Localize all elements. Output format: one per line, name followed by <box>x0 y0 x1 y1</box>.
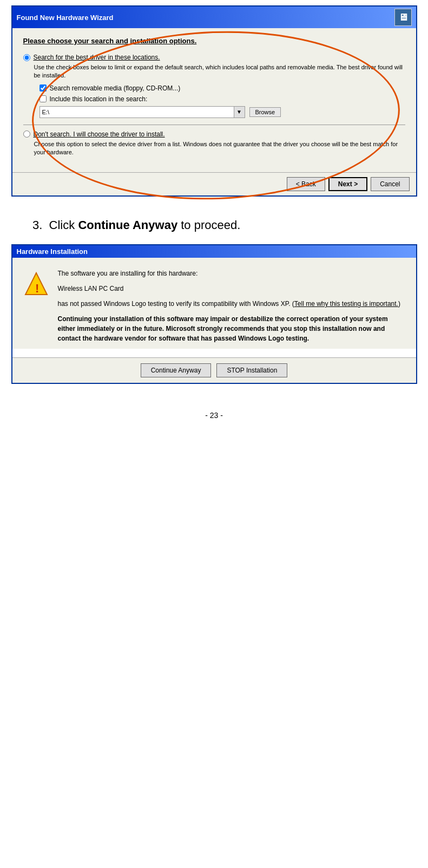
step-number: 3. <box>32 218 42 232</box>
stop-installation-button[interactable]: STOP Installation <box>216 363 287 377</box>
option2-text: Don't search. I will choose the driver t… <box>34 130 165 138</box>
hw-titlebar: Hardware Installation <box>12 245 416 258</box>
svg-text:!: ! <box>35 282 39 295</box>
wizard-icon: 🖥 <box>394 9 412 26</box>
browse-button[interactable]: Browse <box>249 107 281 117</box>
sub2-label: Include this location in the search: <box>50 95 148 103</box>
back-button[interactable]: < Back <box>287 177 325 191</box>
sub1-option: Search removable media (floppy, CD-ROM..… <box>39 84 405 92</box>
click-text: Click <box>49 218 78 232</box>
wizard-title: Found New Hardware Wizard <box>17 14 114 22</box>
hw-buttons: Continue Anyway STOP Installation <box>12 358 416 383</box>
instruction-text: 3. Click Continue Anyway to proceed. <box>32 217 427 234</box>
wizard-buttons: < Back Next > Cancel <box>12 172 416 195</box>
hw-line1: The software you are installing for this… <box>58 269 405 278</box>
wizard-body: Please choose your search and installati… <box>12 28 416 172</box>
option2-radio[interactable] <box>23 130 30 138</box>
hw-device: Wireless LAN PC Card <box>58 284 405 293</box>
option2-label[interactable]: Don't search. I will choose the driver t… <box>23 130 405 138</box>
warning-triangle-svg: ! <box>23 271 49 297</box>
hw-body: ! The software you are installing for th… <box>12 258 416 349</box>
warning-icon: ! <box>23 271 49 349</box>
wizard-heading: Please choose your search and installati… <box>23 37 405 45</box>
sub1-checkbox[interactable] <box>39 84 47 92</box>
option1-block: Search for the best driver in these loca… <box>23 54 405 118</box>
location-row: ▼ Browse <box>39 106 405 118</box>
option2-block: Don't search. I will choose the driver t… <box>23 130 405 157</box>
continue-anyway-text: Continue Anyway <box>78 218 177 232</box>
sub2-option: Include this location in the search: <box>39 95 405 103</box>
wizard-dialog: Found New Hardware Wizard 🖥 Please choos… <box>11 5 417 197</box>
dropdown-arrow[interactable]: ▼ <box>234 106 245 118</box>
page-number: - 23 - <box>205 411 223 420</box>
option2-desc: Choose this option to select the device … <box>34 140 405 157</box>
wizard-titlebar: Found New Hardware Wizard 🖥 <box>12 6 416 28</box>
hw-title: Hardware Installation <box>17 247 88 256</box>
hw-dialog: Hardware Installation ! The software you… <box>11 244 417 384</box>
wizard-dialog-container: Found New Hardware Wizard 🖥 Please choos… <box>11 5 417 207</box>
hw-link[interactable]: Tell me why this testing is important. <box>294 300 398 308</box>
sub1-label: Search removable media (floppy, CD-ROM..… <box>50 84 181 92</box>
location-input[interactable] <box>39 106 234 118</box>
option1-radio[interactable] <box>23 54 30 61</box>
sub2-checkbox[interactable] <box>39 95 47 102</box>
cancel-button[interactable]: Cancel <box>371 177 409 191</box>
proceed-text: to proceed. <box>177 218 240 232</box>
warning-text-area: The software you are installing for this… <box>58 269 405 349</box>
separator <box>23 125 405 125</box>
option1-label[interactable]: Search for the best driver in these loca… <box>23 54 405 61</box>
hw-warning-bold: Continuing your installation of this sof… <box>58 314 405 343</box>
option1-text: Search for the best driver in these loca… <box>34 54 160 61</box>
hw-dialog-container: Hardware Installation ! The software you… <box>11 244 417 395</box>
sub-options: Search removable media (floppy, CD-ROM..… <box>39 84 405 103</box>
next-button[interactable]: Next > <box>328 177 367 191</box>
option1-desc: Use the check boxes below to limit or ex… <box>34 63 405 80</box>
hw-line2: has not passed Windows Logo testing to v… <box>58 299 405 309</box>
continue-anyway-button[interactable]: Continue Anyway <box>141 363 212 377</box>
